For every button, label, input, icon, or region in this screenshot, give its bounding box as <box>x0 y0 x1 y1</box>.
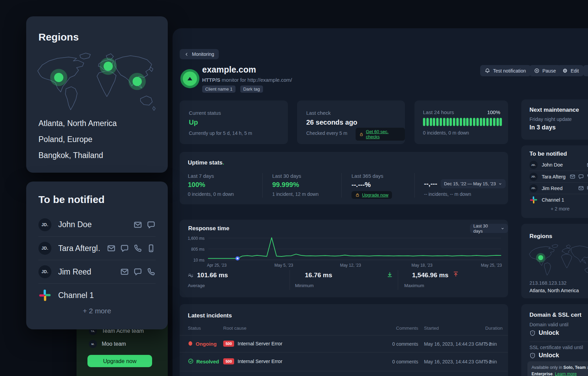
tag-dark[interactable]: Dark tag <box>240 85 263 93</box>
ssl-unlock-label: Unlock <box>539 352 559 359</box>
average-label: Average <box>188 283 205 288</box>
contact-row[interactable]: JD.Tara Aftergl… <box>38 236 156 260</box>
contact-name: Channel 1 <box>542 197 564 203</box>
notify-channel-icons <box>578 185 588 191</box>
phone-icon <box>147 267 156 276</box>
pause-icon <box>534 68 539 73</box>
tag-client[interactable]: Client name 1 <box>202 85 235 93</box>
col-started: Started <box>424 326 439 331</box>
incident-status: Resolved <box>196 359 219 364</box>
pause-button[interactable]: Pause <box>529 65 561 76</box>
chart-range-dropdown[interactable]: Last 30 days <box>470 224 508 233</box>
edit-button[interactable]: Edit <box>558 65 584 76</box>
ssl-unlock-row[interactable]: Unlock <box>529 352 559 359</box>
x-axis-tick: May 5, '23 <box>267 263 301 268</box>
maximum-label: Maximum <box>404 283 424 288</box>
date-range-dropdown[interactable]: Dec 15, '22 — May 15, '23 <box>441 179 506 188</box>
regions-card: Regions Atlanta, North America Poland, E… <box>26 16 168 173</box>
uptime-bar <box>476 118 479 126</box>
domain-ssl-card: Domain & SSL cert Domain valid until Unl… <box>521 304 588 376</box>
response-time-title: Response time <box>188 225 229 232</box>
test-notification-button[interactable]: Test notification <box>480 65 531 76</box>
ssl-valid-label: SSL certificate valid until <box>529 345 583 350</box>
uptime-bar <box>493 118 495 126</box>
contact-row[interactable]: JD.Tara Aftergl… <box>529 171 588 182</box>
back-label: Monitoring <box>192 51 214 57</box>
ongoing-dot-icon <box>189 341 192 346</box>
uptime-7d-label: Last 7 days <box>188 173 234 179</box>
uptime-bar <box>470 118 472 126</box>
shield-question-icon <box>529 352 536 359</box>
sidebar-regions-card: Regions 213.168.123.132 Atlanta, North A… <box>521 224 588 298</box>
last-24-hours-card: Last 24 hours 100% 0 incidents, 0 m down <box>414 100 508 144</box>
get-checks-link[interactable]: Get 60 sec. checks <box>366 129 401 139</box>
contact-name: Channel 1 <box>58 291 94 300</box>
incident-row-resolved[interactable]: Resolved 500 Internal Server Error 0 com… <box>180 352 508 371</box>
note-mid: and <box>586 365 588 370</box>
status-code-badge: 500 <box>223 341 234 347</box>
region-item: Atlanta, North America <box>38 119 117 128</box>
chat-icon <box>578 174 584 179</box>
contact-row[interactable]: Channel 1 <box>529 194 588 205</box>
up-arrow-glyph <box>187 77 192 80</box>
page: Monitoring example.com HTTP/S monitor fo… <box>0 0 588 376</box>
contact-row[interactable]: JD.Jim Reed <box>38 260 156 283</box>
col-duration: Duration <box>485 326 503 331</box>
team-row[interactable]: M. Moo team <box>89 340 126 348</box>
uptime-365d-value: --.---% <box>352 181 392 189</box>
minimum-value: 16.76 ms <box>305 271 332 279</box>
col-comments: Comments <box>384 326 418 331</box>
last-check-sub: Checked every 5 m <box>306 130 347 136</box>
uptime-custom-value: --,--- <box>424 180 437 188</box>
contact-row[interactable]: JD.John Doe <box>529 159 588 171</box>
notified-more[interactable]: + 2 more <box>38 307 156 315</box>
incident-comments: 0 comments <box>384 341 418 347</box>
learn-more-link[interactable]: Learn more <box>555 372 577 376</box>
maintenance-title: Next maintenance <box>529 107 579 113</box>
contact-row[interactable]: Channel 1 <box>38 283 156 307</box>
domain-ssl-title: Domain & SSL cert <box>529 312 582 318</box>
chat-icon <box>587 185 588 191</box>
contact-row[interactable]: JD.Jim Reed <box>529 182 588 194</box>
uptime-30d-sub: 1 incident, 12 m down <box>272 191 318 197</box>
edit-label: Edit <box>571 68 579 74</box>
domain-unlock-row[interactable]: Unlock <box>529 329 559 336</box>
sidebar-region-location: Atlanta, North America <box>529 288 579 293</box>
last-24h-percent: 100% <box>487 109 500 115</box>
uptime-upgrade-link[interactable]: Upgrade now <box>362 192 388 198</box>
incident-row-ongoing[interactable]: Ongoing 500 Internal Server Error 0 comm… <box>180 335 508 352</box>
chart-range-label: Last 30 days <box>473 223 498 234</box>
uptime-upgrade-pill: Upgrade now <box>352 191 392 199</box>
team-avatar: M. <box>89 340 97 348</box>
email-icon <box>133 220 142 229</box>
pause-label: Pause <box>542 68 556 74</box>
incident-cause: Internal Server Error <box>238 359 282 364</box>
incident-cause-cell: 500 Internal Server Error <box>223 341 282 347</box>
sidebar-notified-more[interactable]: + 2 more <box>529 206 588 212</box>
test-notification-label: Test notification <box>493 68 526 74</box>
uptime-bar <box>440 118 442 126</box>
overflow-action-button[interactable] <box>583 65 588 76</box>
plan-note-tooltip: Available only in Solo, Team and Enterpr… <box>527 361 588 376</box>
chevron-left-icon <box>184 52 189 57</box>
uptime-bar <box>490 118 492 126</box>
col-root-cause: Root cause <box>223 326 246 331</box>
subtitle-rest: monitor for http://example.com/ <box>220 77 292 83</box>
next-maintenance-card: Next maintenance Friday night update In … <box>521 99 588 140</box>
uptime-stats-card: Uptime stats. Last 7 days 100% 0 inciden… <box>180 152 508 204</box>
uptime-30d-label: Last 30 days <box>272 173 318 179</box>
contact-name: Tara Aftergl… <box>542 174 566 179</box>
mobile-icon <box>147 244 156 253</box>
x-axis-tick: May 12, '23 <box>333 263 368 268</box>
uptime-bar <box>500 118 502 126</box>
incident-started: May 16, 2023, 14:44:23 GMT -2 <box>424 341 491 347</box>
domain-valid-label: Domain valid until <box>529 322 568 327</box>
shield-question-icon <box>529 330 536 336</box>
uptime-title-dot: . <box>223 159 224 166</box>
uptime-custom-sub: -- incidents, -- m down <box>424 191 506 197</box>
incident-status: Ongoing <box>196 341 217 347</box>
upgrade-now-button[interactable]: Upgrade now <box>87 355 152 367</box>
back-button[interactable]: Monitoring <box>180 49 219 59</box>
contact-row[interactable]: JD.John Doe <box>38 213 156 236</box>
response-time-chart[interactable] <box>180 234 508 265</box>
